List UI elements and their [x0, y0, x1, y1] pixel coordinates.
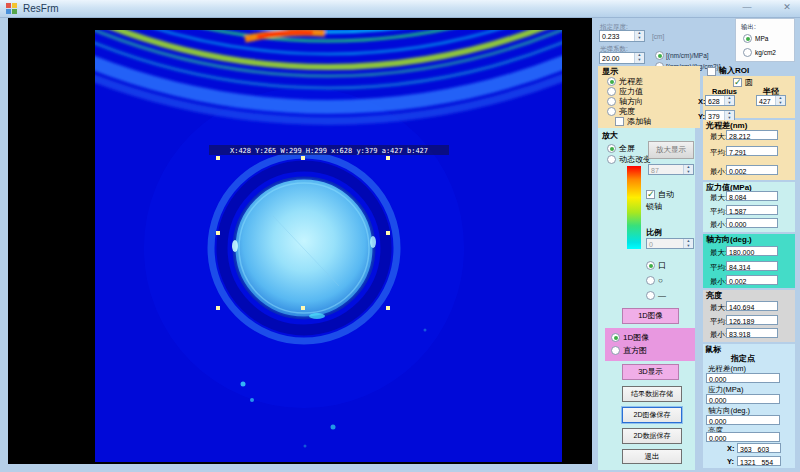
input-roi-checkbox[interactable] [707, 67, 716, 76]
display-opd-radio[interactable] [607, 77, 616, 86]
heatmap-image[interactable]: X:428 Y:265 W:299 H:299 x:628 y:379 a:42… [95, 30, 562, 462]
thickness-spinner[interactable]: 0.233▴▾ [599, 30, 645, 42]
roi-handle [386, 156, 390, 160]
mouse-stress-field: 0.000 [706, 394, 780, 404]
opd-max-field: 28.212 [726, 130, 778, 140]
auto-checkbox[interactable] [646, 190, 655, 199]
save-2d-image-button[interactable]: 2D图像保存 [622, 407, 682, 423]
plot-1d-label: 1D图像 [623, 333, 649, 342]
zoom-display-button[interactable]: 放大显示 [648, 141, 694, 159]
mouse-y-field: 1321 554 [737, 456, 781, 466]
roi-circle-checkbox[interactable] [733, 78, 742, 87]
min-label: 最小: [710, 330, 727, 339]
zoom-title: 放大 [602, 131, 618, 140]
roi-handle [301, 306, 305, 310]
shape-line-radio[interactable] [646, 291, 655, 300]
display-stress-radio[interactable] [607, 87, 616, 96]
display-opd-label: 光程差 [619, 77, 643, 86]
zoom-full-label: 全屏 [619, 144, 635, 153]
add-axis-label: 添加轴 [627, 117, 651, 126]
opd-avg-field: 7.291 [726, 146, 778, 156]
shape-circle-radio[interactable] [646, 276, 655, 285]
roi-x-spinner[interactable]: 628▴▾ [705, 95, 735, 106]
axis-stats-title: 轴方向(deg.) [706, 235, 752, 244]
bright-min-field: 83.918 [726, 328, 778, 338]
exit-button[interactable]: 退出 [622, 449, 682, 464]
plot-hist-label: 直方图 [623, 346, 647, 355]
plot-1d-radio[interactable] [611, 333, 620, 342]
save-2d-data-button[interactable]: 2D数据保存 [622, 428, 682, 444]
input-roi-label: 输入ROI [719, 66, 749, 75]
zoom-dynamic-radio[interactable] [607, 155, 616, 164]
add-axis-checkbox[interactable] [615, 117, 624, 126]
max-label: 最大: [710, 303, 727, 312]
opd-min-field: 0.002 [726, 165, 778, 175]
spinner-arrows[interactable]: ▴▾ [724, 96, 734, 105]
output-groupbox: 输出: MPa kg/cm2 [735, 18, 795, 62]
colorbar [627, 166, 641, 249]
min-label: 最小: [710, 167, 727, 176]
minimize-button[interactable]: — [738, 2, 756, 12]
display-stress-label: 应力值 [619, 87, 643, 96]
thickness-unit-label: [cm] [652, 32, 664, 41]
mouse-stress-label: 应力(MPa) [708, 385, 743, 394]
resfrm-window: { "window": {"title": "ResFrm"}, "titleb… [0, 0, 800, 472]
avg-label: 平均: [710, 148, 727, 157]
stress-min-field: 0.000 [726, 218, 778, 228]
output-mpa-radio[interactable] [743, 34, 752, 43]
roi-handle [216, 156, 220, 160]
mouse-x-field: 363 603 [737, 443, 781, 453]
shape-circle-label: ○ [658, 276, 663, 285]
spinner-arrows[interactable]: ▴▾ [724, 111, 734, 120]
avg-label: 平均: [710, 263, 727, 272]
level-spinner[interactable]: 87▴▾ [648, 164, 694, 175]
axis-min-field: 0.002 [726, 275, 778, 285]
close-button[interactable]: ✕ [778, 2, 796, 12]
coeff-spinner[interactable]: 20.00▴▾ [599, 52, 645, 64]
unit-mpa-label: [(nm/cm)/MPa] [666, 51, 709, 60]
bright-max-field: 140.694 [726, 301, 778, 311]
avg-label: 平均: [710, 207, 727, 216]
roi-info-text: X:428 Y:265 W:299 H:299 x:628 y:379 a:42… [230, 147, 428, 155]
stress-max-field: 8.084 [726, 191, 778, 201]
image-canvas[interactable]: X:428 Y:265 W:299 H:299 x:628 y:379 a:42… [8, 18, 592, 464]
opd-stats-title: 光程差(nm) [706, 121, 747, 130]
title-bar: ResFrm — ✕ [0, 0, 800, 18]
mouse-y-label: Y: [727, 457, 734, 466]
roi-handle [386, 231, 390, 235]
display-bright-radio[interactable] [607, 107, 616, 116]
shape-square-radio[interactable] [646, 261, 655, 270]
spinner-arrows[interactable]: ▴▾ [634, 31, 644, 41]
stress-avg-field: 1.587 [726, 205, 778, 215]
auto-label: 自动 [658, 190, 674, 199]
max-label: 最大: [710, 248, 727, 257]
spinner-arrows[interactable]: ▴▾ [634, 53, 644, 63]
display-title: 显示 [602, 67, 618, 76]
spinner-arrows[interactable]: ▴▾ [683, 165, 693, 174]
max-label: 最大: [710, 132, 727, 141]
spinner-arrows[interactable]: ▴▾ [683, 239, 693, 248]
bright-stats-title: 亮度 [706, 291, 722, 300]
roi-handle [216, 231, 220, 235]
save-result-button[interactable]: 结果数据存储 [622, 386, 682, 402]
axis-max-field: 180.000 [726, 246, 778, 256]
roi-radius-spinner[interactable]: 427▴▾ [756, 95, 786, 106]
output-kg-radio[interactable] [743, 48, 752, 57]
display-axis-radio[interactable] [607, 97, 616, 106]
scale-spinner[interactable]: 0▴▾ [646, 238, 694, 249]
unit-mpa-radio[interactable] [655, 51, 664, 60]
display-axis-label: 轴方向 [619, 97, 643, 106]
roi-handle [301, 156, 305, 160]
plot-hist-radio[interactable] [611, 346, 620, 355]
spinner-arrows[interactable]: ▴▾ [775, 96, 785, 105]
zoom-full-radio[interactable] [607, 144, 616, 153]
mouse-opd-label: 光程差(nm) [708, 364, 746, 373]
lock-axis-label: 锁轴 [646, 202, 662, 211]
mouse-axis-label: 轴方向(deg.) [708, 406, 750, 415]
mouse-title: 鼠标 [705, 345, 721, 354]
3d-display-button[interactable]: 3D显示 [622, 364, 679, 380]
plot-mode-panel [605, 328, 695, 361]
1d-image-button[interactable]: 1D图像 [622, 308, 679, 324]
output-label: 输出: [741, 22, 756, 31]
min-label: 最小: [710, 220, 727, 229]
